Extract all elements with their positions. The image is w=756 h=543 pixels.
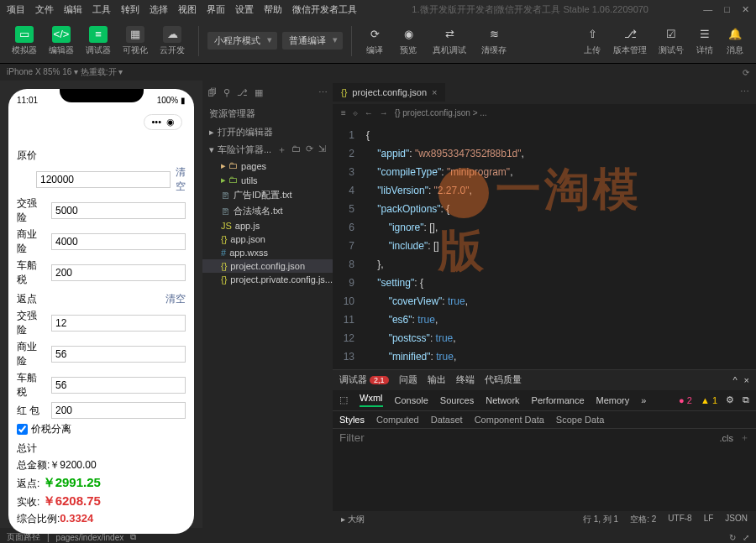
test-button[interactable]: ☑测试号 <box>654 23 689 59</box>
tool-network[interactable]: Network <box>486 395 519 405</box>
nav-back-icon[interactable]: ← <box>365 108 373 117</box>
device-selector[interactable]: iPhone X 85% 16 ▾ 热重载:开 ▾ <box>7 66 123 78</box>
sub-computed[interactable]: Computed <box>376 415 419 425</box>
editor-button[interactable]: </>编辑器 <box>44 23 79 59</box>
dock-icon[interactable]: ⧉ <box>743 394 749 405</box>
sep-checkbox[interactable] <box>17 424 28 435</box>
detail-button[interactable]: ☰详情 <box>690 23 719 59</box>
maximize-icon[interactable]: □ <box>724 4 730 15</box>
upload-button[interactable]: ⇧上传 <box>578 23 606 59</box>
sim-pop-icon[interactable]: ⤢ <box>743 533 749 542</box>
menu-select[interactable]: 选择 <box>150 3 168 16</box>
add-rule-icon[interactable]: ＋ <box>740 431 749 444</box>
realdebug-button[interactable]: ⇄真机调试 <box>428 23 471 59</box>
file-utils[interactable]: ▸ 🗀 utils <box>202 173 333 187</box>
jqx-input[interactable] <box>51 202 186 219</box>
refresh-sim-icon[interactable]: ⟳ <box>743 68 749 77</box>
file-project.private.config.js...[interactable]: {} project.private.config.js... <box>202 273 333 286</box>
error-count[interactable]: ● 2 <box>679 395 692 405</box>
version-button[interactable]: ⎇版本管理 <box>608 23 652 59</box>
compile-button[interactable]: ⟳编译 <box>360 23 389 59</box>
warn-count[interactable]: ▲ 1 <box>701 395 717 405</box>
visual-button[interactable]: ▦可视化 <box>118 23 153 59</box>
sub-styles[interactable]: Styles <box>339 415 365 425</box>
dbg-maximize-icon[interactable]: ^ <box>732 375 737 385</box>
dbg-tab-problems[interactable]: 问题 <box>399 373 417 386</box>
gutter-icon[interactable]: ≡ <box>341 108 346 117</box>
nav-fwd-icon[interactable]: → <box>380 108 388 117</box>
file-广告ID配置.txt[interactable]: 🖹 广告ID配置.txt <box>202 187 333 203</box>
tool-sources[interactable]: Sources <box>440 395 474 405</box>
menu-help[interactable]: 帮助 <box>264 3 282 16</box>
menu-view[interactable]: 视图 <box>178 3 197 16</box>
menu-tools[interactable]: 工具 <box>92 3 111 16</box>
cursor-pos[interactable]: 行 1, 列 1 <box>583 514 618 525</box>
collapse-icon[interactable]: ⇲ <box>318 144 326 156</box>
clear-cache-button[interactable]: ≋清缓存 <box>476 23 512 59</box>
file-app.json[interactable]: {} app.json <box>202 232 333 246</box>
file-app.js[interactable]: JS app.js <box>202 219 333 232</box>
cls-toggle[interactable]: .cls <box>720 433 734 443</box>
menu-file[interactable]: 文件 <box>35 3 54 16</box>
minimize-icon[interactable]: — <box>703 4 712 15</box>
search-icon[interactable]: ⚲ <box>223 87 230 98</box>
menu-goto[interactable]: 转到 <box>121 3 139 16</box>
branch-icon[interactable]: ⎇ <box>237 87 248 98</box>
page-path-value[interactable]: pages/index/index <box>56 533 124 542</box>
sim-rotate-icon[interactable]: ↻ <box>729 533 736 542</box>
syx2-input[interactable] <box>51 346 186 363</box>
gear-icon[interactable]: ⚙ <box>726 394 734 405</box>
debugger-label[interactable]: 调试器 2,1 <box>339 373 389 386</box>
inspect-icon[interactable]: ⬚ <box>339 394 348 405</box>
editor-tab[interactable]: {} project.config.json × <box>333 83 445 102</box>
new-file-icon[interactable]: ＋ <box>277 144 286 156</box>
ccs2-input[interactable] <box>51 377 186 394</box>
explorer-icon[interactable]: 🗐 <box>207 87 217 97</box>
price-input[interactable] <box>36 171 171 188</box>
simulator-button[interactable]: ▭模拟器 <box>7 23 42 59</box>
tool-console[interactable]: Console <box>395 395 428 405</box>
file-pages[interactable]: ▸ 🗀 pages <box>202 159 333 173</box>
indent-info[interactable]: 空格: 2 <box>630 514 656 525</box>
clear-price[interactable]: 清空 <box>176 165 186 194</box>
tool-more-icon[interactable]: » <box>641 395 646 405</box>
ext-icon[interactable]: ▦ <box>255 87 263 98</box>
message-button[interactable]: 🔔消息 <box>721 23 749 59</box>
refresh-icon[interactable]: ⟳ <box>306 144 313 156</box>
project-root[interactable]: ▾ 车险计算器... ＋🗀⟳⇲ <box>202 141 333 159</box>
sub-scope[interactable]: Scope Data <box>556 415 604 425</box>
dbg-close-icon[interactable]: × <box>744 375 749 385</box>
jqx2-input[interactable] <box>51 315 186 332</box>
menu-ui[interactable]: 界面 <box>207 3 225 16</box>
menu-devtools[interactable]: 微信开发者工具 <box>292 3 357 16</box>
preview-button[interactable]: ◉预览 <box>394 23 423 59</box>
new-folder-icon[interactable]: 🗀 <box>291 144 301 156</box>
clear-fd[interactable]: 清空 <box>165 292 186 306</box>
file-app.wxss[interactable]: # app.wxss <box>202 246 333 259</box>
sub-dataset[interactable]: Dataset <box>431 415 463 425</box>
editor-more-icon[interactable]: ⋯ <box>733 86 756 97</box>
encoding[interactable]: UTF-8 <box>668 514 691 525</box>
dbg-tab-quality[interactable]: 代码质量 <box>485 373 522 386</box>
close-icon[interactable]: ✕ <box>742 4 749 15</box>
tool-wxml[interactable]: Wxml <box>360 393 383 407</box>
capsule-menu[interactable]: •••◉ <box>144 114 182 130</box>
menu-edit[interactable]: 编辑 <box>64 3 82 16</box>
lang-mode[interactable]: JSON <box>725 514 748 525</box>
tool-performance[interactable]: Performance <box>532 395 585 405</box>
file-合法域名.txt[interactable]: 🖹 合法域名.txt <box>202 203 333 219</box>
bookmark-icon[interactable]: ⟐ <box>353 108 358 117</box>
mode-select[interactable]: 小程序模式 <box>207 32 277 50</box>
dbg-tab-output[interactable]: 输出 <box>428 373 446 386</box>
sub-component[interactable]: Component Data <box>475 415 544 425</box>
more-icon[interactable]: ⋯ <box>318 87 328 98</box>
syx-input[interactable] <box>51 233 186 250</box>
open-editors[interactable]: ▸ 打开的编辑器 <box>202 123 333 141</box>
file-project.config.json[interactable]: {} project.config.json <box>202 259 333 273</box>
ccs-input[interactable] <box>51 264 186 281</box>
menu-project[interactable]: 项目 <box>7 3 25 16</box>
eol[interactable]: LF <box>704 514 714 525</box>
close-tab-icon[interactable]: × <box>432 87 437 97</box>
cloud-button[interactable]: ☁云开发 <box>155 23 190 59</box>
compile-mode-select[interactable]: 普通编译 <box>282 32 343 50</box>
